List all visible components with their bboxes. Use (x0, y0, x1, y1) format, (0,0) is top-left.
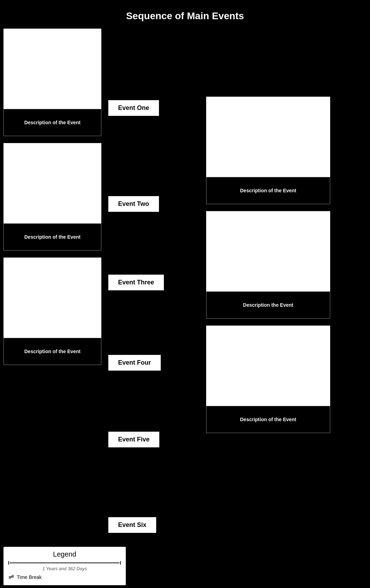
event-label-6: Event Six (108, 517, 156, 533)
legend-line (10, 563, 119, 563)
event4-image (206, 211, 330, 291)
event2-image (206, 97, 330, 177)
event5-image (3, 258, 101, 338)
legend-timeline (8, 561, 121, 565)
legend-break-label: Time Break (17, 574, 42, 580)
col-center: Event One Event Two Event Three Event Fo… (108, 29, 206, 533)
legend-title: Legend (8, 550, 121, 558)
event3-description: Description of the Event (3, 223, 101, 251)
event-label-5: Event Five (108, 432, 159, 447)
page-title: Sequence of Main Events (0, 0, 370, 29)
event1-image (3, 29, 101, 109)
legend-tick-right (120, 561, 121, 565)
event-label-4: Event Four (108, 355, 161, 371)
event3-image (3, 143, 101, 223)
col-left: Description of the Event Description of … (3, 29, 108, 372)
event-label-2: Event Two (108, 196, 159, 212)
col-right: Description of the Event Description the… (206, 29, 335, 440)
legend-duration: 1 Years and 362 Days (8, 566, 121, 571)
main-layout: Description of the Event Description of … (0, 29, 370, 533)
right-spacer (206, 29, 335, 97)
event6-image (206, 326, 330, 406)
event4-description: Description the Event (206, 291, 330, 319)
event6-description: Description of the Event (206, 406, 330, 433)
event2-description: Description of the Event (206, 177, 330, 204)
legend: Legend 1 Years and 362 Days ⧣ Time Break (3, 547, 126, 585)
event5-description: Description of the Event (3, 338, 101, 365)
event1-description: Description of the Event (3, 109, 101, 136)
event-label-3: Event Three (108, 275, 164, 290)
event-label-1: Event One (108, 100, 159, 116)
double-hash-icon: ⧣ (8, 574, 14, 580)
legend-tick-left (8, 561, 9, 565)
legend-break: ⧣ Time Break (8, 574, 121, 580)
